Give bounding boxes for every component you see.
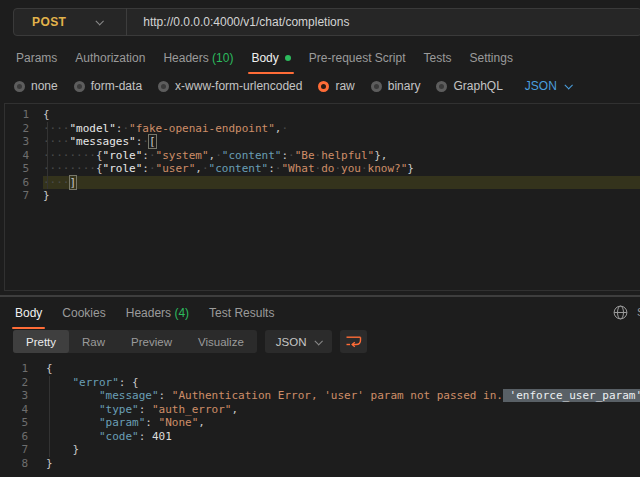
code-token: : [142,149,149,162]
chevron-down-icon [315,337,323,345]
code-line[interactable]: 6····] [5,176,640,190]
code-token: ] [70,176,77,189]
code-token: helpful" [321,149,374,162]
indent-guide [47,122,48,189]
mode-urlencoded-label: x-www-form-urlencoded [175,79,302,93]
mode-form-data-label: form-data [91,79,142,93]
mode-raw[interactable]: raw [318,79,354,93]
code-token: { [96,162,103,175]
mode-form-data[interactable]: form-data [74,79,142,93]
code-token: "What [281,162,314,175]
code-token: "type" [99,403,139,416]
code-token: }, [374,149,387,162]
response-format-dropdown[interactable]: JSON [265,330,333,353]
radio-icon[interactable] [371,81,382,92]
response-body-viewer[interactable]: 1{2 "error": {3 "message": "Authenticati… [0,358,640,477]
tab-body[interactable]: Body [249,49,292,74]
code-token: "None" [159,416,199,429]
request-body-editor[interactable]: 1{2····"model":·"fake-openai-endpoint",·… [4,103,640,291]
code-token: you [341,162,361,175]
code-token: } [73,443,80,456]
code-token: "model" [70,122,116,135]
line-number: 6 [0,430,28,444]
code-token: · [215,149,222,162]
code-token: "error" [73,376,119,389]
tab-headers[interactable]: Headers (10) [161,49,235,74]
code-line[interactable]: 2 "error": { [0,376,640,390]
view-pretty-button[interactable]: Pretty [13,330,69,353]
code-token: "role" [103,149,143,162]
code-token: know?" [368,162,408,175]
code-line[interactable]: 4 "type": "auth_error", [0,403,640,417]
radio-selected-icon[interactable] [318,81,329,92]
pane-resize-handle[interactable] [0,295,640,297]
code-line[interactable]: 3····"messages":·[ [5,135,640,149]
code-line[interactable]: 2····"model":·"fake-openai-endpoint",· [5,122,640,136]
code-token: : [268,162,275,175]
tab-test-results[interactable]: Test Results [207,304,276,329]
code-line[interactable]: 5········{"role":·"user",·"content":·"Wh… [5,162,640,176]
tab-tests[interactable]: Tests [422,49,454,74]
code-line[interactable]: 4········{"role":·"system",·"content":·"… [5,149,640,163]
code-token: } [46,457,53,470]
code-line[interactable]: 8} [0,457,640,471]
code-token: : [142,162,149,175]
wrap-line-button[interactable] [340,330,367,353]
mode-binary[interactable]: binary [371,79,421,93]
line-number: 2 [0,376,28,390]
code-token: { [96,149,103,162]
code-line[interactable]: 7} [5,189,640,203]
globe-icon[interactable] [613,305,628,323]
tab-headers-label: Headers [163,51,208,65]
tab-params[interactable]: Params [14,49,59,74]
line-number: 1 [5,108,29,122]
code-token: 'enforce_user_param'=True" [503,389,640,402]
tab-response-body[interactable]: Body [13,304,44,329]
response-tabs: Body Cookies Headers (4) Test Results S [13,304,640,329]
code-token: , [231,403,238,416]
code-line[interactable]: 3 "message": "Authentication Error, 'use… [0,389,640,403]
view-preview-button[interactable]: Preview [118,330,185,353]
mode-urlencoded[interactable]: x-www-form-urlencoded [158,79,302,93]
code-line[interactable]: 5 "param": "None", [0,416,640,430]
code-token: "messages" [70,135,136,148]
code-token: "param" [99,416,145,429]
radio-icon[interactable] [74,81,85,92]
code-token: · [281,122,288,135]
code-token: · [202,162,209,175]
request-tabs: Params Authorization Headers (10) Body P… [14,49,515,74]
line-number: 6 [5,176,29,190]
view-visualize-button[interactable]: Visualize [185,330,257,353]
code-token: [ [149,135,156,148]
code-line[interactable]: 1{ [0,362,640,376]
mode-graphql[interactable]: GraphQL [436,79,502,93]
code-line[interactable]: 7 } [0,443,640,457]
tab-response-headers[interactable]: Headers (4) [124,304,191,329]
mode-binary-label: binary [388,79,421,93]
code-line[interactable]: 6 "code": 401 [0,430,640,444]
app-window: { "request_bar": { "method": "POST", "ur… [0,0,640,477]
code-token: : [145,416,158,429]
tab-response-cookies[interactable]: Cookies [60,304,107,329]
code-token [46,430,99,443]
url-input[interactable]: http://0.0.0.0:4000/v1/chat/completions [127,15,349,29]
code-line[interactable]: 1{ [5,108,640,122]
code-token: { [43,108,50,121]
code-token: "message" [99,389,159,402]
line-number: 8 [0,457,28,471]
radio-icon[interactable] [14,81,25,92]
raw-format-dropdown[interactable]: JSON [525,79,571,93]
mode-none[interactable]: none [14,79,58,93]
code-token: · [142,135,149,148]
radio-icon[interactable] [158,81,169,92]
tab-settings[interactable]: Settings [468,49,515,74]
tab-prerequest-script[interactable]: Pre-request Script [307,49,408,74]
indent-guide [49,376,50,457]
view-raw-button[interactable]: Raw [69,330,118,353]
chevron-down-icon[interactable] [96,17,104,25]
code-token: : [119,376,132,389]
method-selector[interactable]: POST [14,15,66,29]
radio-icon[interactable] [436,81,447,92]
line-number: 3 [0,389,28,403]
tab-authorization[interactable]: Authorization [73,49,147,74]
